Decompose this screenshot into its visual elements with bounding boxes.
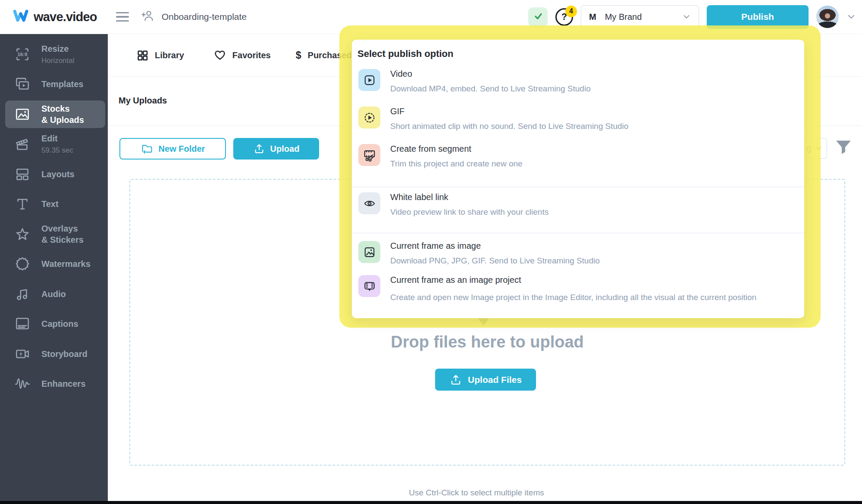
tab-purchased[interactable]: $ Purchased xyxy=(296,50,352,61)
upload-files-label: Upload Files xyxy=(468,375,522,385)
publish-option-current-frame-image[interactable]: Current frame as image Download PNG, JPG… xyxy=(358,241,796,267)
new-folder-button[interactable]: New Folder xyxy=(119,138,226,160)
check-icon xyxy=(533,10,544,23)
publish-option-current-frame-image-project[interactable]: Current frame as an image project Create… xyxy=(358,275,796,301)
sidebar-item-text[interactable]: Text xyxy=(0,189,108,219)
saved-status-badge xyxy=(528,7,548,27)
user-avatar[interactable] xyxy=(816,6,839,28)
sidebar-item-captions[interactable]: Captions xyxy=(0,309,108,339)
sidebar-item-label: Overlays & Stickers xyxy=(41,223,84,245)
sidebar-item-label: Templates xyxy=(41,78,83,90)
section-title-my-uploads: My Uploads xyxy=(119,96,167,106)
new-folder-label: New Folder xyxy=(159,144,205,154)
account-chevron-down-icon[interactable] xyxy=(846,12,856,22)
sidebar-item-label: Captions xyxy=(41,318,78,329)
text-icon xyxy=(13,195,32,213)
sidebar-item-layouts[interactable]: Layouts xyxy=(0,159,108,189)
grid-icon xyxy=(137,50,148,61)
publish-option-gif[interactable]: GIF Short animated clip with no sound. S… xyxy=(358,106,796,132)
option-description: Download PNG, JPG, GIF. Send to Live Str… xyxy=(390,256,600,266)
chevron-down-icon xyxy=(815,144,822,152)
upload-button[interactable]: Upload xyxy=(233,138,319,160)
option-title: Current frame as an image project xyxy=(390,275,521,285)
filter-button[interactable] xyxy=(835,140,852,156)
sidebar-item-edit[interactable]: Edit 59.35 sec xyxy=(0,129,108,160)
upload-files-button[interactable]: Upload Files xyxy=(435,369,536,391)
wave-video-logo[interactable]: wave.video xyxy=(13,9,97,25)
publish-option-create-from-segment[interactable]: Create from segment Trim this project an… xyxy=(358,144,796,170)
brand-name: My Brand xyxy=(605,12,642,22)
chevron-down-icon xyxy=(682,13,691,21)
topbar-right: ? 4 M My Brand Publish xyxy=(528,5,856,29)
sidebar-item-label: Stocks & Uploads xyxy=(41,103,84,125)
project-title: Onboarding-template xyxy=(162,12,247,22)
sidebar-item-label: Layouts xyxy=(41,169,75,180)
brand-initial: M xyxy=(589,12,596,22)
video-icon xyxy=(358,69,380,91)
tab-label: Library xyxy=(155,50,184,60)
image-icon xyxy=(358,241,380,263)
brand-selector[interactable]: M My Brand xyxy=(581,5,699,29)
sort-select-visible-text: g xyxy=(806,144,811,153)
sidebar-item-watermarks[interactable]: Watermarks xyxy=(0,249,108,279)
sidebar-item-overlays-stickers[interactable]: Overlays & Stickers xyxy=(0,219,108,249)
tab-library[interactable]: Library xyxy=(137,50,184,61)
logo-text: wave.video xyxy=(34,10,97,24)
sidebar-item-label: Text xyxy=(41,198,59,210)
upload-label: Upload xyxy=(270,144,300,154)
waveform-icon xyxy=(13,375,32,393)
eye-icon xyxy=(358,192,380,214)
resize-ratio-text: 16:9 xyxy=(17,52,27,57)
storyboard-camera-icon xyxy=(13,345,32,363)
stocks-image-icon xyxy=(13,105,32,123)
publish-option-video[interactable]: Video Download MP4, embed. Send to Live … xyxy=(358,69,796,95)
help-button[interactable]: ? 4 xyxy=(555,8,573,26)
captions-icon xyxy=(13,315,32,333)
sidebar-item-label: Resize Horizontal xyxy=(41,43,75,66)
sidebar-item-templates[interactable]: Templates xyxy=(0,69,108,100)
popup-divider xyxy=(352,187,804,187)
popup-arrow xyxy=(477,318,489,326)
star-icon xyxy=(13,225,32,243)
sidebar-items: 16:9 Resize Horizontal Templates xyxy=(0,39,108,399)
sidebar-item-label: Edit 59.35 sec xyxy=(41,133,73,155)
gif-icon xyxy=(358,106,380,128)
option-title: Video xyxy=(390,69,412,79)
publish-options-popup: Select publish option Video Download MP4… xyxy=(352,40,804,318)
tab-label: Purchased xyxy=(308,50,352,60)
sidebar-item-storyboard[interactable]: Storyboard xyxy=(0,339,108,369)
sidebar-item-resize[interactable]: 16:9 Resize Horizontal xyxy=(0,39,108,69)
sidebar-item-stocks-uploads[interactable]: Stocks & Uploads xyxy=(5,100,105,128)
sidebar-item-label: Watermarks xyxy=(41,258,91,269)
sidebar-item-label: Enhancers xyxy=(41,378,85,389)
tab-label: Favorites xyxy=(232,50,271,60)
bottom-edge-strip xyxy=(0,501,862,504)
option-title: GIF xyxy=(390,106,404,116)
option-title: White label link xyxy=(390,192,448,202)
help-notification-badge: 4 xyxy=(565,6,577,17)
hamburger-menu-icon[interactable] xyxy=(116,12,129,22)
publish-button[interactable]: Publish xyxy=(707,5,809,29)
popup-title: Select publish option xyxy=(357,48,453,59)
segment-scissors-icon xyxy=(358,144,380,166)
top-bar: wave.video Onboarding-template xyxy=(0,0,862,34)
watermark-seal-icon xyxy=(13,255,32,273)
layouts-icon xyxy=(13,165,32,183)
invite-collaborator-icon[interactable] xyxy=(140,9,154,25)
funnel-icon xyxy=(836,140,851,155)
sidebar-item-audio[interactable]: Audio xyxy=(0,279,108,309)
tab-favorites[interactable]: Favorites xyxy=(214,49,271,61)
resize-16-9-icon: 16:9 xyxy=(13,45,32,63)
option-description: Video preview link to share with your cl… xyxy=(390,207,549,217)
templates-icon xyxy=(13,75,32,93)
upload-icon xyxy=(253,143,265,155)
folder-plus-icon xyxy=(141,142,154,155)
sidebar-item-enhancers[interactable]: Enhancers xyxy=(0,369,108,399)
publish-option-white-label-link[interactable]: White label link Video preview link to s… xyxy=(358,192,796,218)
sidebar: 16:9 Resize Horizontal Templates xyxy=(0,34,108,501)
topbar-left: wave.video Onboarding-template xyxy=(13,9,247,25)
option-title: Create from segment xyxy=(390,144,471,154)
heart-icon xyxy=(214,49,226,61)
upload-icon xyxy=(449,373,462,386)
popup-divider xyxy=(352,233,804,233)
